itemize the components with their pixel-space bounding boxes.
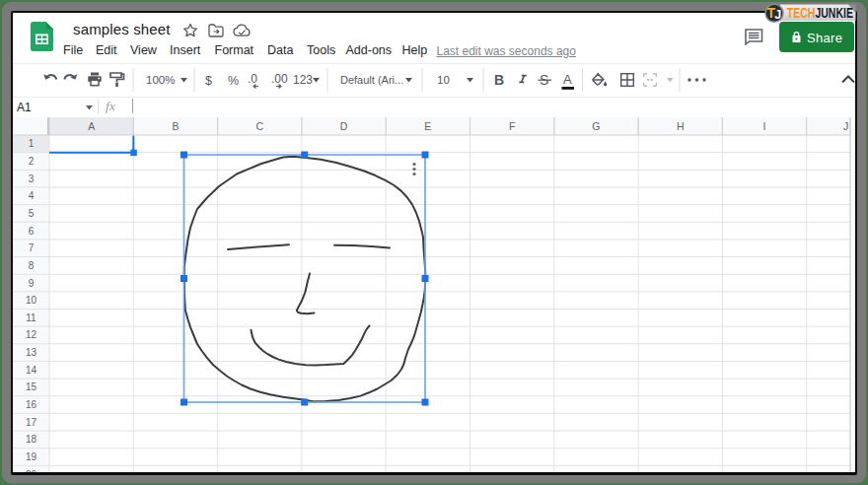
svg-text:.00: .00 xyxy=(271,72,288,86)
svg-text:7: 7 xyxy=(29,242,35,253)
svg-text:18: 18 xyxy=(26,434,37,445)
svg-text:G: G xyxy=(592,120,600,132)
svg-text:16: 16 xyxy=(26,399,37,410)
svg-text:17: 17 xyxy=(26,417,37,428)
svg-text:A: A xyxy=(88,120,95,132)
svg-text:12: 12 xyxy=(26,329,37,340)
svg-text:15: 15 xyxy=(26,381,37,392)
svg-text:14: 14 xyxy=(26,365,37,376)
svg-text:.0: .0 xyxy=(248,72,257,86)
svg-text:A: A xyxy=(563,72,572,87)
svg-text:F: F xyxy=(509,120,515,132)
svg-text:5: 5 xyxy=(29,208,35,219)
svg-text:I: I xyxy=(763,120,766,132)
svg-text:B: B xyxy=(172,120,179,132)
svg-text:B: B xyxy=(494,72,504,88)
svg-text:TECHJUNKIE: TECHJUNKIE xyxy=(787,6,853,22)
svg-text:D: D xyxy=(340,120,348,132)
svg-text:100%: 100% xyxy=(146,74,175,86)
svg-text:J: J xyxy=(774,8,781,22)
svg-text:1: 1 xyxy=(29,138,35,149)
svg-text:9: 9 xyxy=(29,278,35,289)
svg-text:E: E xyxy=(424,120,431,132)
svg-text:%: % xyxy=(228,74,239,88)
svg-text:J: J xyxy=(843,120,848,132)
svg-text:19: 19 xyxy=(26,451,37,462)
svg-text:11: 11 xyxy=(26,312,36,323)
svg-text:2: 2 xyxy=(29,156,35,167)
svg-text:6: 6 xyxy=(29,226,35,237)
svg-text:H: H xyxy=(677,120,685,132)
svg-text:4: 4 xyxy=(29,190,35,201)
svg-text:3: 3 xyxy=(29,173,35,184)
svg-text:T: T xyxy=(767,5,776,21)
svg-text:13: 13 xyxy=(26,347,37,358)
svg-text:8: 8 xyxy=(29,260,35,271)
svg-text:123: 123 xyxy=(293,73,313,87)
svg-text:Default (Ari...: Default (Ari... xyxy=(340,74,403,86)
svg-text:C: C xyxy=(255,120,263,132)
svg-text:10: 10 xyxy=(26,295,37,306)
svg-text:10: 10 xyxy=(437,74,450,86)
svg-text:20: 20 xyxy=(26,469,37,472)
svg-text:$: $ xyxy=(205,74,212,88)
